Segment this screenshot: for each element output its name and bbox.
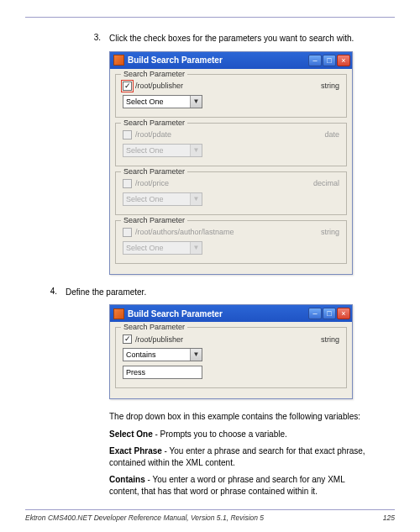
type-label: string xyxy=(321,335,339,344)
dropdown-value: Select One xyxy=(126,244,164,252)
checkbox-lastname[interactable] xyxy=(123,228,132,237)
checkbox-publisher[interactable] xyxy=(123,82,132,91)
step-number: 4. xyxy=(25,287,66,298)
step-text: Click the check boxes for the parameters… xyxy=(109,33,395,45)
chevron-down-icon: ▼ xyxy=(190,242,202,254)
variable-text: - Prompts you to choose a variable. xyxy=(153,429,287,439)
variable-label: Exact Phrase xyxy=(109,446,162,456)
chevron-down-icon: ▼ xyxy=(190,193,202,205)
path-label: /root/pdate xyxy=(135,130,324,139)
type-label: decimal xyxy=(313,179,339,187)
type-label: date xyxy=(324,130,339,139)
path-label: /root/publisher xyxy=(135,82,321,90)
type-label: string xyxy=(321,82,339,90)
dropdown-value: Select One xyxy=(126,195,164,203)
paragraph-contains: Contains - You enter a word or phrase an… xyxy=(109,474,370,497)
search-value-input[interactable]: Press xyxy=(123,366,202,379)
checkbox-publisher[interactable] xyxy=(123,334,132,344)
paragraph-exact-phrase: Exact Phrase - You enter a phrase and se… xyxy=(109,445,370,468)
instruction-step-4: 4. Define the parameter. xyxy=(25,287,395,298)
operator-dropdown[interactable]: Select One ▼ xyxy=(123,95,202,108)
operator-dropdown-disabled: Select One ▼ xyxy=(123,144,202,157)
step-number: 3. xyxy=(25,33,109,45)
path-label: /root/authors/author/lastname xyxy=(135,228,321,236)
window-build-search-parameter-1: Build Search Parameter – □ × Search Para… xyxy=(109,51,353,275)
chevron-down-icon[interactable]: ▼ xyxy=(190,349,202,361)
window-title: Build Search Parameter xyxy=(128,55,308,65)
paragraph-intro: The drop down box in this example contai… xyxy=(109,411,370,423)
path-label: /root/price xyxy=(135,179,313,187)
instruction-step-3: 3. Click the check boxes for the paramet… xyxy=(25,33,395,45)
maximize-button[interactable]: □ xyxy=(323,55,336,66)
variable-label: Contains xyxy=(109,475,145,484)
window-title: Build Search Parameter xyxy=(128,309,308,319)
step-text: Define the parameter. xyxy=(66,287,395,298)
window-body: Search Parameter /root/publisher string … xyxy=(110,322,352,398)
minimize-button[interactable]: – xyxy=(308,55,322,66)
group-legend: Search Parameter xyxy=(121,323,187,331)
search-parameter-group: Search Parameter /root/price decimal Sel… xyxy=(115,171,347,215)
group-legend: Search Parameter xyxy=(121,119,187,127)
app-icon xyxy=(113,308,124,319)
variable-text: - You enter a word or phrase and search … xyxy=(109,475,344,496)
page-footer: Ektron CMS400.NET Developer Reference Ma… xyxy=(25,514,395,522)
chevron-down-icon: ▼ xyxy=(190,145,202,156)
app-icon xyxy=(113,55,124,66)
search-parameter-group: Search Parameter /root/pdate date Select… xyxy=(115,123,347,166)
chevron-down-icon[interactable]: ▼ xyxy=(190,96,202,108)
paragraph-select-one: Select One - Prompts you to choose a var… xyxy=(109,429,370,440)
page-number: 125 xyxy=(383,514,395,522)
footer-text: Ektron CMS400.NET Developer Reference Ma… xyxy=(25,514,264,522)
window-body: Search Parameter /root/publisher string … xyxy=(110,69,352,274)
search-parameter-group: Search Parameter /root/authors/author/la… xyxy=(115,220,347,264)
checkbox-price[interactable] xyxy=(123,179,132,188)
close-button[interactable]: × xyxy=(337,55,350,66)
top-divider xyxy=(25,17,395,18)
dropdown-value: Select One xyxy=(126,146,164,155)
operator-dropdown-disabled: Select One ▼ xyxy=(123,192,202,206)
search-parameter-group: Search Parameter /root/publisher string … xyxy=(115,74,347,118)
title-bar: Build Search Parameter – □ × xyxy=(110,305,352,322)
window-controls: – □ × xyxy=(308,308,350,319)
window-controls: – □ × xyxy=(308,55,350,66)
group-legend: Search Parameter xyxy=(121,167,187,176)
group-legend: Search Parameter xyxy=(121,216,187,224)
maximize-button[interactable]: □ xyxy=(323,308,336,319)
group-legend: Search Parameter xyxy=(121,70,187,78)
search-parameter-group: Search Parameter /root/publisher string … xyxy=(115,327,347,388)
title-bar: Build Search Parameter – □ × xyxy=(110,52,352,69)
close-button[interactable]: × xyxy=(337,308,350,319)
operator-dropdown-disabled: Select One ▼ xyxy=(123,241,202,255)
dropdown-value: Contains xyxy=(126,350,156,359)
bottom-divider xyxy=(25,509,395,510)
window-build-search-parameter-2: Build Search Parameter – □ × Search Para… xyxy=(109,304,353,399)
type-label: string xyxy=(321,228,339,236)
checkbox-pdate[interactable] xyxy=(123,130,132,140)
path-label: /root/publisher xyxy=(135,335,321,344)
operator-dropdown[interactable]: Contains ▼ xyxy=(123,348,202,361)
minimize-button[interactable]: – xyxy=(308,308,322,319)
variable-label: Select One xyxy=(109,429,153,439)
dropdown-value: Select One xyxy=(126,97,164,106)
input-value: Press xyxy=(126,368,145,377)
